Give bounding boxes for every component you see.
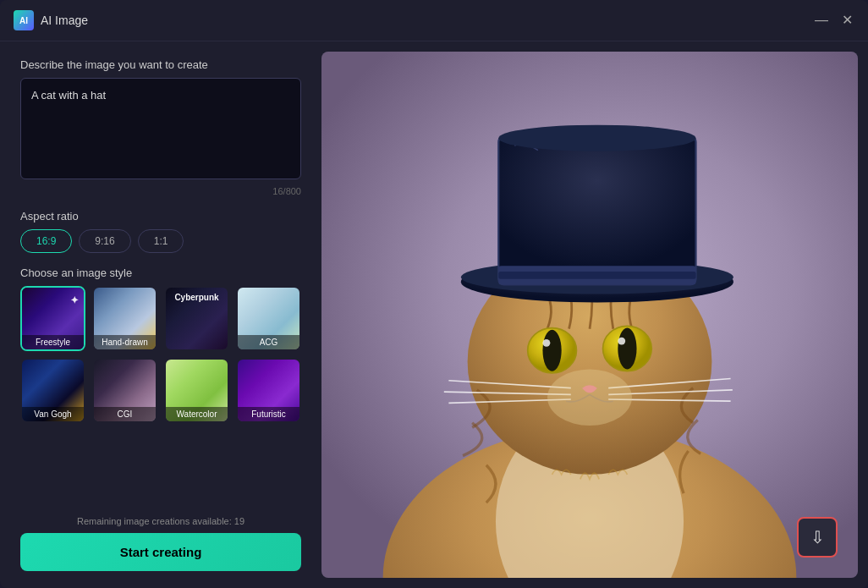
aspect-ratio-section: Aspect ratio 16:9 9:16 1:1 <box>20 210 301 253</box>
download-icon: ⇩ <box>810 527 825 547</box>
aspect-ratio-9-16[interactable]: 9:16 <box>79 229 130 253</box>
svg-point-17 <box>542 339 550 347</box>
close-button[interactable]: ✕ <box>840 12 854 29</box>
prompt-input[interactable]: A cat with a hat <box>20 78 301 179</box>
bottom-section: Remaining image creations available: 19 … <box>20 516 301 571</box>
style-handdrawn[interactable]: Hand-drawn <box>92 286 157 351</box>
cyberpunk-text: Cyberpunk <box>166 291 228 304</box>
style-label: Choose an image style <box>20 267 301 279</box>
style-cgi[interactable]: CGI <box>92 358 157 423</box>
char-count: 16/800 <box>20 186 301 196</box>
start-creating-button[interactable]: Start creating <box>20 533 301 571</box>
svg-point-20 <box>618 338 625 345</box>
style-cyberpunk[interactable]: Cyberpunk <box>164 286 229 351</box>
prompt-label: Describe the image you want to create <box>20 58 301 71</box>
style-acg[interactable]: ACG <box>236 286 301 351</box>
cat-image <box>321 52 858 578</box>
ai-icon: AI <box>14 10 34 30</box>
minimize-button[interactable]: — <box>813 12 830 29</box>
style-futuristic-label: Futuristic <box>238 407 299 421</box>
main-content: Describe the image you want to create A … <box>0 41 868 588</box>
right-panel: ⇩ <box>321 41 868 588</box>
style-section: Choose an image style ✦ Freestyle Hand-d… <box>20 267 301 423</box>
style-watercolor[interactable]: Watercolor <box>164 358 229 423</box>
aspect-ratio-1-1[interactable]: 1:1 <box>138 229 184 253</box>
star-icon: ✦ <box>70 294 79 306</box>
title-bar-controls: — ✕ <box>813 12 854 29</box>
aspect-ratio-group: 16:9 9:16 1:1 <box>20 229 301 253</box>
svg-point-29 <box>547 369 632 426</box>
svg-point-14 <box>498 125 695 151</box>
aspect-ratio-label: Aspect ratio <box>20 210 301 223</box>
main-window: AI AI Image — ✕ Describe the image you w… <box>0 0 868 588</box>
image-container: ⇩ <box>321 52 858 578</box>
title-bar-left: AI AI Image <box>14 10 88 30</box>
style-watercolor-label: Watercolor <box>166 407 228 421</box>
style-cgi-label: CGI <box>94 407 156 421</box>
style-freestyle-label: Freestyle <box>22 335 84 349</box>
aspect-ratio-16-9[interactable]: 16:9 <box>20 229 72 253</box>
svg-rect-13 <box>498 272 695 279</box>
prompt-section: Describe the image you want to create A … <box>20 58 301 196</box>
style-futuristic[interactable]: Futuristic <box>236 358 301 423</box>
title-bar: AI AI Image — ✕ <box>0 0 868 41</box>
svg-point-19 <box>618 328 636 370</box>
svg-point-16 <box>542 330 561 371</box>
style-freestyle[interactable]: ✦ Freestyle <box>20 286 85 351</box>
window-title: AI Image <box>41 14 88 27</box>
download-button[interactable]: ⇩ <box>797 517 838 558</box>
remaining-text: Remaining image creations available: 19 <box>20 516 301 526</box>
style-handdrawn-label: Hand-drawn <box>94 335 156 349</box>
svg-rect-10 <box>498 136 695 284</box>
style-grid: ✦ Freestyle Hand-drawn Cyberpunk <box>20 286 301 423</box>
left-panel: Describe the image you want to create A … <box>0 41 321 588</box>
style-vangogh[interactable]: Van Gogh <box>20 358 85 423</box>
style-vangogh-label: Van Gogh <box>22 407 84 421</box>
style-acg-label: ACG <box>238 335 299 349</box>
